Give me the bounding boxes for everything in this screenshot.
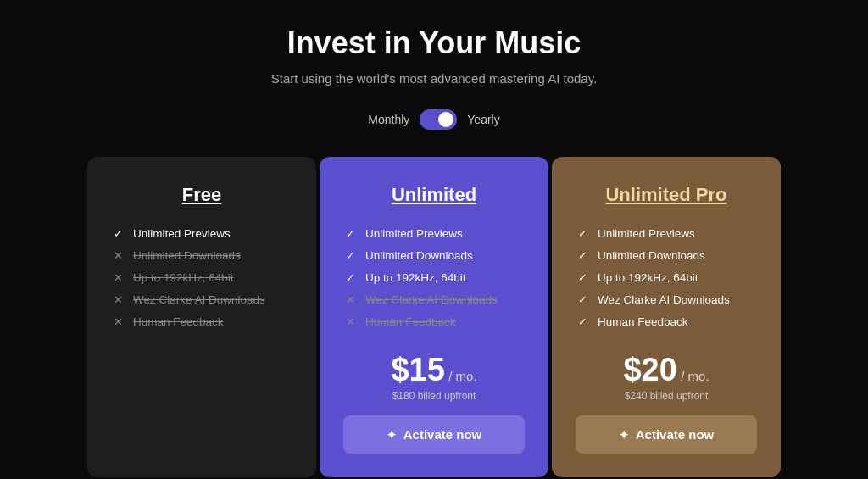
monthly-label: Monthly: [368, 113, 409, 126]
unlimited-features-list: ✓ Unlimited Previews ✓ Unlimited Downloa…: [343, 226, 525, 328]
feature-label: Unlimited Previews: [365, 227, 463, 240]
list-item: ✕ Unlimited Downloads: [111, 248, 292, 262]
cross-icon: ✕: [111, 248, 125, 262]
check-icon: ✓: [576, 292, 589, 306]
plan-card-unlimited: Unlimited ✓ Unlimited Previews ✓ Unlimit…: [320, 157, 548, 477]
unlimited-pro-price-section: $20 / mo. $240 billed upfront: [576, 352, 757, 402]
check-icon: ✓: [343, 270, 357, 284]
feature-label: Up to 192kHz, 64bit: [133, 271, 234, 284]
plan-card-unlimited-pro: Unlimited Pro ✓ Unlimited Previews ✓ Unl…: [552, 157, 781, 477]
toggle-thumb: [438, 112, 453, 127]
free-plan-title: Free: [111, 184, 292, 206]
feature-label: Unlimited Previews: [133, 227, 231, 240]
list-item: ✓ Unlimited Downloads: [576, 248, 757, 262]
list-item: ✕ Human Feedback: [343, 315, 525, 328]
unlimited-pro-activate-label: Activate now: [636, 427, 715, 442]
spark-icon: ✦: [387, 428, 397, 442]
check-icon: ✓: [343, 226, 357, 240]
unlimited-pro-plan-title: Unlimited Pro: [576, 184, 757, 206]
feature-label: Wez Clarke AI Downloads: [598, 293, 730, 306]
price-billed: $180 billed upfront: [343, 390, 525, 402]
page-subtitle: Start using the world's most advanced ma…: [271, 71, 597, 86]
list-item: ✕ Wez Clarke AI Downloads: [111, 292, 292, 306]
unlimited-activate-label: Activate now: [403, 427, 482, 442]
unlimited-pro-activate-button[interactable]: ✦ Activate now: [576, 415, 757, 454]
cross-icon: ✕: [343, 292, 357, 306]
list-item: ✓ Up to 192kHz, 64bit: [576, 270, 757, 284]
feature-label: Wez Clarke AI Downloads: [365, 293, 498, 306]
check-icon: ✓: [576, 315, 589, 328]
billing-toggle[interactable]: Monthly Yearly: [368, 109, 499, 130]
check-icon: ✓: [343, 248, 357, 262]
check-icon: ✓: [576, 248, 589, 262]
list-item: ✕ Human Feedback: [111, 315, 292, 328]
list-item: ✓ Unlimited Previews: [111, 226, 292, 240]
unlimited-pro-features-list: ✓ Unlimited Previews ✓ Unlimited Downloa…: [576, 226, 757, 328]
feature-label: Unlimited Previews: [598, 227, 695, 240]
page-title: Invest in Your Music: [287, 25, 581, 61]
unlimited-plan-title: Unlimited: [343, 184, 525, 206]
cross-icon: ✕: [111, 292, 125, 306]
free-features-list: ✓ Unlimited Previews ✕ Unlimited Downloa…: [111, 226, 292, 430]
yearly-label: Yearly: [467, 113, 499, 126]
list-item: ✓ Unlimited Downloads: [343, 248, 525, 262]
feature-label: Human Feedback: [598, 315, 688, 328]
feature-label: Up to 192kHz, 64bit: [365, 271, 466, 284]
list-item: ✓ Wez Clarke AI Downloads: [576, 292, 757, 306]
feature-label: Unlimited Downloads: [133, 249, 241, 262]
plans-container: Free ✓ Unlimited Previews ✕ Unlimited Do…: [87, 157, 781, 477]
billing-toggle-switch[interactable]: [420, 109, 457, 130]
list-item: ✓ Unlimited Previews: [576, 226, 757, 240]
cross-icon: ✕: [343, 315, 357, 328]
cross-icon: ✕: [111, 315, 125, 328]
check-icon: ✓: [576, 226, 589, 240]
list-item: ✓ Human Feedback: [576, 315, 757, 328]
price-amount: $20: [623, 352, 676, 387]
cross-icon: ✕: [111, 270, 125, 284]
list-item: ✓ Unlimited Previews: [343, 226, 525, 240]
feature-label: Human Feedback: [365, 315, 456, 328]
spark-icon: ✦: [619, 428, 629, 442]
feature-label: Unlimited Downloads: [365, 249, 473, 262]
price-amount: $15: [391, 352, 444, 387]
check-icon: ✓: [111, 226, 125, 240]
list-item: ✓ Up to 192kHz, 64bit: [343, 270, 525, 284]
feature-label: Wez Clarke AI Downloads: [133, 293, 265, 306]
plan-card-free: Free ✓ Unlimited Previews ✕ Unlimited Do…: [87, 157, 316, 477]
price-period: / mo.: [448, 369, 476, 383]
check-icon: ✓: [576, 270, 589, 284]
page-wrapper: Invest in Your Music Start using the wor…: [0, 0, 868, 479]
unlimited-price: $15 / mo.: [343, 352, 525, 388]
list-item: ✕ Up to 192kHz, 64bit: [111, 270, 292, 284]
feature-label: Up to 192kHz, 64bit: [598, 271, 698, 284]
price-period: / mo.: [681, 369, 709, 383]
feature-label: Human Feedback: [133, 315, 224, 328]
unlimited-pro-price: $20 / mo.: [576, 352, 757, 388]
unlimited-price-section: $15 / mo. $180 billed upfront: [343, 352, 525, 402]
price-billed: $240 billed upfront: [576, 390, 757, 402]
unlimited-activate-button[interactable]: ✦ Activate now: [343, 415, 525, 454]
feature-label: Unlimited Downloads: [598, 249, 705, 262]
list-item: ✕ Wez Clarke AI Downloads: [343, 292, 525, 306]
